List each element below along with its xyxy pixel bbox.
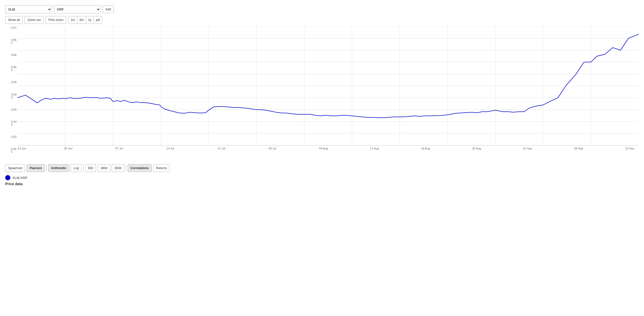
returns-button[interactable]: Returns	[153, 164, 170, 172]
x-label-14jul: 14 Jul	[161, 147, 179, 150]
prev-zoom-button[interactable]: Prev zoom	[46, 16, 66, 24]
legend-area: XLM-XRP	[5, 175, 639, 180]
chart-container: 0.87 0.865 0.86 0.855 0.85 0.845 0.84 0.…	[5, 26, 639, 161]
x-label-07jul: 07 Jul	[110, 147, 128, 150]
x-axis: 23 Jun 30 Jun 07 Jul 14 Jul 21 Jul 28 Ju…	[18, 146, 639, 153]
y-label-9: 0.825	[11, 148, 17, 153]
period-90d-button[interactable]: 90d	[85, 164, 96, 172]
y-label-2: 0.86	[11, 54, 17, 56]
pearson-button[interactable]: Pearson	[27, 164, 45, 172]
period-180d-button[interactable]: 180d	[97, 164, 110, 172]
y-label-6: 0.84	[11, 108, 17, 111]
y-label-3: 0.855	[11, 66, 17, 71]
show-all-button[interactable]: Show all	[5, 16, 23, 24]
bottom-controls: Spearman Pearson Arithmetic Log 90d 180d…	[5, 164, 639, 172]
log-button[interactable]: Log	[71, 164, 82, 172]
period-ytd-button[interactable]: ytd	[93, 16, 102, 24]
x-label-01sep: 01 Sep	[519, 147, 537, 150]
separator-1	[46, 165, 47, 171]
period-1m-button[interactable]: 1m	[68, 16, 77, 24]
x-label-18aug: 18 Aug	[416, 147, 435, 150]
period-3m-button[interactable]: 3m	[77, 16, 86, 24]
x-label-25aug: 25 Aug	[468, 147, 486, 150]
x-label-11aug: 11 Aug	[365, 147, 384, 150]
y-label-8: 0.83	[11, 135, 17, 138]
y-axis: 0.87 0.865 0.86 0.855 0.85 0.845 0.84 0.…	[5, 26, 18, 153]
separator-2	[83, 165, 83, 171]
x-label-30jun: 30 Jun	[59, 147, 77, 150]
symbol1-select[interactable]: XLM BTC ETH XRP LTC	[5, 5, 52, 13]
x-label-08sep: 08 Sep	[570, 147, 588, 150]
price-line	[18, 34, 639, 118]
spearman-button[interactable]: Spearman	[5, 164, 25, 172]
arithmetic-button[interactable]: Arithmetic	[48, 164, 69, 172]
correlations-button[interactable]: Correlations	[128, 164, 152, 172]
x-label-28jul: 28 Jul	[263, 147, 281, 150]
legend-pair-label: XLM-XRP	[12, 176, 27, 180]
y-label-4: 0.85	[11, 81, 17, 84]
chart-area: 0.87 0.865 0.86 0.855 0.85 0.845 0.84 0.…	[5, 26, 639, 153]
period-1y-button[interactable]: 1y	[86, 16, 94, 24]
x-label-23jun: 23 Jun	[18, 147, 26, 150]
x-label-21jul: 21 Jul	[212, 147, 230, 150]
symbol2-select[interactable]: XRP BTC ETH XLM LTC	[54, 5, 101, 13]
period-group: 1m 3m 1y ytd	[68, 16, 102, 24]
y-label-1: 0.865	[11, 39, 17, 44]
add-button[interactable]: Add	[103, 5, 114, 13]
period-360d-button[interactable]: 360d	[112, 164, 124, 172]
price-data-label: Price data	[5, 182, 639, 186]
zoom-out-button[interactable]: Zoom out	[25, 16, 44, 24]
separator-3	[126, 165, 126, 171]
top-controls: XLM BTC ETH XRP LTC XRP BTC ETH XLM LTC …	[5, 5, 639, 13]
x-label-04aug: 04 Aug	[314, 147, 332, 150]
y-label-0: 0.87	[11, 26, 17, 29]
x-label-15sep: 15 Sep	[621, 147, 639, 150]
y-label-5: 0.845	[11, 93, 17, 99]
chart-svg	[18, 26, 639, 145]
y-label-7: 0.835	[11, 120, 17, 126]
chart-inner	[18, 26, 639, 146]
legend-dot	[5, 175, 10, 180]
zoom-controls-row: Show all Zoom out Prev zoom 1m 3m 1y ytd	[5, 16, 639, 24]
